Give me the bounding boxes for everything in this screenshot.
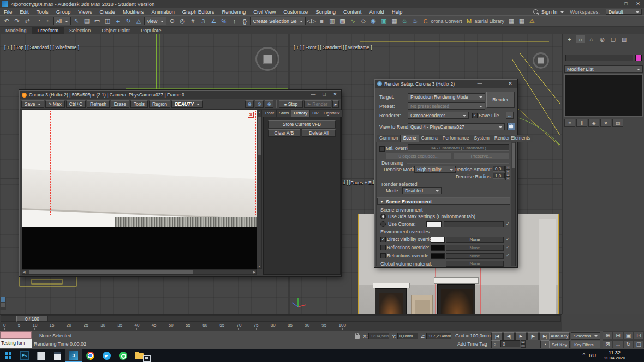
menu-item[interactable]: Tools — [33, 8, 52, 15]
create-tab-icon[interactable]: + — [565, 35, 574, 43]
vfb-zoom-in-icon[interactable]: ⊕ — [265, 100, 273, 108]
start-button[interactable] — [0, 349, 16, 362]
keyboard-shortcut-override-icon[interactable]: # — [188, 16, 198, 26]
key-mode-toggle[interactable]: ○‒ — [491, 340, 500, 348]
vfb-tab[interactable]: DR — [310, 110, 321, 117]
utilities-tab-icon[interactable]: ▨ — [619, 35, 629, 43]
render-setup-tab[interactable]: Common — [377, 135, 401, 142]
reflections-map-button[interactable]: None — [446, 245, 504, 251]
vfb-tab[interactable]: History — [291, 110, 310, 117]
object-color-swatch[interactable] — [635, 55, 642, 61]
vfb-save-button[interactable]: Save — [21, 100, 44, 108]
denoise-radius-field[interactable]: 1,0 — [493, 173, 505, 179]
selection-filter-dropdown[interactable]: All — [53, 17, 71, 25]
selection-lock-icon[interactable] — [355, 334, 360, 340]
refractions-color-swatch[interactable] — [431, 253, 445, 259]
render-selected-mode-dropdown[interactable]: Disabled — [402, 187, 442, 194]
taskbar-telegram-icon[interactable] — [98, 349, 115, 362]
search-icon[interactable] — [533, 9, 538, 14]
corona-converter-label[interactable]: orona Convert — [431, 16, 463, 26]
zoom-extents-all-icon[interactable]: ⊡ — [634, 331, 644, 340]
scroll-left-icon[interactable]: ◀ — [23, 270, 26, 274]
rendered-frame-window-icon[interactable]: ▦ — [389, 16, 399, 26]
view-to-render-dropdown[interactable]: Quad 4 - PhysCamera027 — [408, 123, 505, 130]
objects-excluded-button[interactable]: 0 objects excluded... — [386, 153, 451, 159]
modifier-stack[interactable] — [564, 74, 643, 117]
ribbon-tab[interactable]: Modeling — [0, 27, 32, 34]
rectangular-selection-region-icon[interactable]: ▭ — [92, 16, 102, 26]
vfb-max-button[interactable]: > Max — [45, 100, 64, 108]
vfb-minimize-button[interactable]: — — [308, 90, 319, 99]
select-object-icon[interactable]: ↖ — [71, 16, 81, 26]
map-enable-check-icon[interactable]: ✓ — [506, 253, 510, 258]
vfb-panel-toggle-icon[interactable]: ▸ — [332, 100, 339, 108]
viewport-layout-tab-2[interactable] — [1, 303, 5, 307]
render-in-cloud-icon[interactable]: ♨ — [410, 16, 420, 26]
vfb-horizontal-scrollbar[interactable]: ◀ ▶ — [22, 269, 257, 275]
x-coordinate-field[interactable]: 1234,56mm — [368, 333, 389, 339]
save-file-checkbox[interactable]: ✓ — [472, 113, 478, 118]
zoom-extents-icon[interactable]: ▣ — [623, 331, 634, 340]
material-library-icon[interactable]: M — [464, 16, 474, 26]
select-by-name-icon[interactable]: ▤ — [82, 16, 92, 26]
vfb-refresh-button[interactable]: Refresh — [87, 100, 110, 108]
vfb-zoom-fit-icon[interactable]: ⊙ — [255, 100, 264, 108]
corona-environment-map-button[interactable] — [444, 221, 504, 227]
direct-visibility-map-button[interactable]: None — [446, 237, 504, 243]
refractions-override-checkbox[interactable] — [380, 253, 386, 258]
reflections-color-swatch[interactable] — [431, 245, 445, 251]
auto-key-button[interactable]: Auto Key — [549, 332, 570, 340]
selection-set-dropdown[interactable]: Selected — [571, 332, 600, 340]
taskbar-3dsmax-icon[interactable]: 3 — [65, 349, 82, 362]
hierarchy-tab-icon[interactable]: ⌂ — [587, 35, 596, 43]
layer-explorer-icon[interactable]: ▥ — [327, 16, 337, 26]
taskbar-calculator-icon[interactable] — [49, 349, 65, 362]
time-slider-track[interactable] — [1, 315, 561, 322]
spinner-snap-icon[interactable]: ↕ — [229, 16, 239, 26]
menu-item[interactable]: Modifiers — [119, 8, 148, 15]
renderer-dropdown[interactable]: CoronaRenderer — [408, 112, 469, 119]
vfb-stop-button[interactable]: ■Stop — [279, 100, 303, 108]
delete-all-button[interactable]: Delete All — [302, 129, 336, 137]
render-setup-tab[interactable]: System — [472, 135, 492, 142]
vfb-hscroll-thumb[interactable] — [29, 270, 193, 274]
render-setup-icon[interactable]: ▣ — [379, 16, 389, 26]
motion-tab-icon[interactable]: ◎ — [598, 35, 607, 43]
align-icon[interactable]: ≡ — [317, 16, 326, 26]
z-coordinate-field[interactable]: 117,214mm — [426, 333, 451, 339]
select-and-move-icon[interactable]: + — [113, 16, 123, 26]
menu-item[interactable]: Help — [388, 8, 407, 15]
zoom-region-icon[interactable]: ⊠ — [603, 340, 613, 348]
vfb-copy-button[interactable]: Ctrl+C — [66, 100, 86, 108]
vfb-vertical-scrollbar[interactable]: ▲ ▼ — [257, 110, 262, 269]
render-setup-tab[interactable]: Performance — [440, 135, 472, 142]
vfb-vscroll-thumb[interactable] — [258, 117, 261, 155]
modify-tab-icon[interactable]: ∩ — [576, 35, 585, 43]
corona-environment-color-swatch[interactable] — [426, 221, 442, 227]
render-setup-tab[interactable]: Render Elements — [492, 135, 533, 142]
vfb-titlebar[interactable]: Corona 3 (Hotfix 2) | 505×505px (2:1) | … — [20, 90, 341, 100]
map-enable-check-icon[interactable]: ✓ — [506, 221, 510, 226]
y-coordinate-field[interactable]: 0,0mm — [397, 333, 418, 339]
go-to-start-button[interactable]: |◀ — [491, 332, 503, 340]
select-and-manipulate-icon[interactable]: ◎ — [177, 16, 187, 26]
render-button[interactable]: Render — [486, 92, 515, 108]
scroll-up-icon[interactable]: ▲ — [257, 110, 261, 114]
menu-item[interactable]: Graph Editors — [178, 8, 218, 15]
render-setup-scroll-thumb[interactable] — [512, 143, 515, 168]
make-unique-icon[interactable]: ◈ — [588, 119, 599, 127]
ribbon-tab[interactable]: Selection — [64, 27, 96, 34]
viewport-lock-icon[interactable] — [507, 123, 515, 130]
frame-spinner[interactable]: ▲▼ — [521, 340, 526, 347]
denoise-mode-dropdown[interactable]: High quality — [414, 166, 456, 173]
target-dropdown[interactable]: Production Rendering Mode — [408, 93, 485, 100]
render-setup-close-button[interactable]: ✕ — [505, 80, 516, 88]
global-volume-material-button[interactable]: None — [446, 261, 504, 267]
render-setup-scrollbar[interactable] — [511, 142, 516, 266]
ribbon-tab[interactable]: Object Paint — [96, 27, 135, 34]
vfb-maximize-button[interactable]: □ — [319, 90, 330, 99]
remove-modifier-icon[interactable]: ✕ — [600, 119, 611, 127]
minimize-button[interactable]: — — [608, 0, 620, 8]
close-button[interactable]: ✕ — [632, 0, 644, 8]
graphite-ribbon-toggle-icon[interactable]: ▩ — [337, 16, 347, 26]
